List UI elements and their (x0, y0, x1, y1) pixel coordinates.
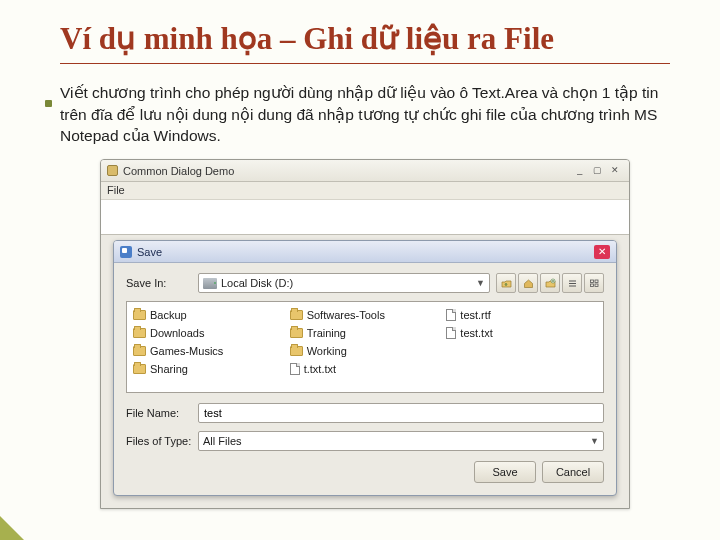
detail-view-button[interactable] (584, 273, 604, 293)
save-in-dropdown[interactable]: Local Disk (D:) ▼ (198, 273, 490, 293)
file-name-label: File Name: (126, 407, 198, 419)
save-in-label: Save In: (126, 277, 198, 289)
cancel-button[interactable]: Cancel (542, 461, 604, 483)
svg-rect-2 (595, 280, 598, 283)
list-item[interactable]: Backup (133, 306, 284, 324)
app-title: Common Dialog Demo (123, 165, 234, 177)
folder-icon (133, 310, 146, 320)
folder-icon (290, 346, 303, 356)
close-icon[interactable]: ✕ (607, 165, 623, 177)
svg-rect-4 (595, 284, 598, 287)
save-dialog: Save ✕ Save In: Local Disk (D:) ▼ (113, 240, 617, 496)
file-icon (446, 327, 456, 339)
menubar: File (101, 182, 629, 200)
folder-icon (133, 346, 146, 356)
dialog-titlebar: Save ✕ (114, 241, 616, 263)
file-icon (446, 309, 456, 321)
dialog-title: Save (137, 246, 162, 258)
menu-file[interactable]: File (107, 184, 125, 196)
dialog-close-icon[interactable]: ✕ (594, 245, 610, 259)
list-view-button[interactable] (562, 273, 582, 293)
list-item[interactable]: test.rtf (446, 306, 597, 324)
svg-rect-1 (590, 280, 593, 283)
save-in-value: Local Disk (D:) (221, 277, 293, 289)
file-name-input[interactable] (198, 403, 604, 423)
minimize-icon[interactable]: ⎯ (571, 165, 587, 177)
new-folder-button[interactable] (540, 273, 560, 293)
folder-icon (133, 328, 146, 338)
file-type-value: All Files (203, 435, 242, 447)
up-folder-button[interactable] (496, 273, 516, 293)
list-item[interactable]: Softwares-Tools (290, 306, 441, 324)
list-item[interactable]: test.txt (446, 324, 597, 342)
svg-rect-3 (590, 284, 593, 287)
file-list[interactable]: Backup Softwares-Tools test.rtf Download… (126, 301, 604, 393)
maximize-icon[interactable]: ▢ (589, 165, 605, 177)
file-type-label: Files of Type: (126, 435, 198, 447)
list-item[interactable]: Downloads (133, 324, 284, 342)
file-type-dropdown[interactable]: All Files ▼ (198, 431, 604, 451)
list-item[interactable]: Training (290, 324, 441, 342)
list-item[interactable]: Games-Musics (133, 342, 284, 360)
home-button[interactable] (518, 273, 538, 293)
file-icon (290, 363, 300, 375)
bullet-icon (45, 100, 52, 107)
slide-title: Ví dụ minh họa – Ghi dữ liệu ra File (60, 20, 670, 64)
floppy-icon (120, 246, 132, 258)
drive-icon (203, 278, 217, 289)
folder-icon (290, 328, 303, 338)
save-button[interactable]: Save (474, 461, 536, 483)
folder-icon (133, 364, 146, 374)
textarea-region[interactable] (101, 200, 629, 235)
java-icon (107, 165, 118, 176)
folder-icon (290, 310, 303, 320)
list-item[interactable]: Working (290, 342, 441, 360)
list-item[interactable]: Sharing (133, 360, 284, 378)
app-titlebar: Common Dialog Demo ⎯ ▢ ✕ (101, 160, 629, 182)
app-window: Common Dialog Demo ⎯ ▢ ✕ File Save ✕ Sav… (100, 159, 630, 509)
chevron-down-icon: ▼ (590, 436, 599, 446)
list-item[interactable]: t.txt.txt (290, 360, 441, 378)
chevron-down-icon: ▼ (476, 278, 485, 288)
corner-decoration (0, 516, 24, 540)
slide-body: Viết chương trình cho phép người dùng nh… (60, 82, 670, 147)
